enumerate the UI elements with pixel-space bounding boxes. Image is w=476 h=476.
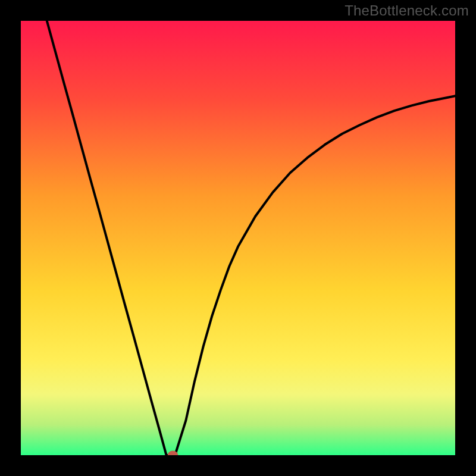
bottleneck-chart <box>21 21 455 455</box>
watermark-text: TheBottleneck.com <box>345 2 469 19</box>
chart-frame: TheBottleneck.com <box>0 0 476 476</box>
plot-background <box>21 21 455 455</box>
